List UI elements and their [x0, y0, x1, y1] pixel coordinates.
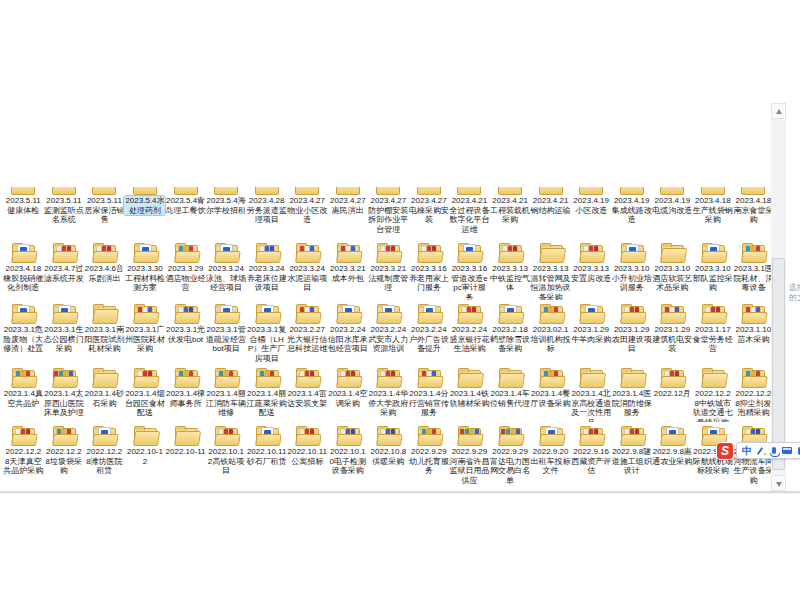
folder-item[interactable]: 2023.3.21法规制度管理	[368, 239, 409, 300]
folder-item[interactable]: 2022.12.28中铁城市轨道交通七号线采购	[693, 364, 734, 422]
folder-item[interactable]: 2023.1.4雷达安装支架	[287, 364, 328, 422]
folder-item[interactable]: 2023.1.4丽江蔬菜采购配送	[246, 364, 287, 422]
folder-item[interactable]: 2023.3.10部队监控采购	[693, 239, 734, 300]
folder-item[interactable]: 2022.12月	[652, 364, 693, 422]
vertical-scrollbar[interactable]	[771, 103, 786, 491]
folder-item[interactable]: 2023.5.11健康体检	[3, 195, 44, 239]
folder-item[interactable]: 2022.12.28垃圾袋采购	[44, 422, 85, 487]
folder-item[interactable]: 2022.12.28潍坊医院租赁	[84, 422, 125, 487]
folder-item[interactable]: 2023.3.24泳池、球场经营项目	[206, 239, 247, 300]
folder-item[interactable]: 2022.12.28天津真空共晶炉采购	[3, 422, 44, 487]
folder-item[interactable]: 2022.10.10电子检测设备采购	[328, 422, 369, 487]
folder-item[interactable]: 2022.9.8惠通农业采购	[652, 422, 693, 487]
folder-item[interactable]: 2023.3.21成本外包	[328, 239, 369, 300]
folder-item[interactable]: 2023.3.1光伏发电bot	[165, 300, 206, 364]
chinese-mode-icon[interactable]: 中	[742, 444, 752, 457]
folder-item[interactable]: 2023.3.13安置房改造	[571, 239, 612, 300]
folder-item[interactable]: 2022.10-11	[165, 422, 206, 487]
folder-item[interactable]: 2023.3.13中铁监控气体	[490, 239, 531, 300]
folder-item[interactable]: 2023.3.16管道改造epc审计服务	[449, 239, 490, 300]
folder-item[interactable]: 2023.4.19小区改造	[571, 195, 612, 239]
folder-item[interactable]: 2023.3.10小升初业培训服务	[611, 239, 652, 300]
folder-item[interactable]: 2023.3.1广州医院耗材采购	[125, 300, 166, 364]
folder-item[interactable]: 2023.4.7过滤系统开发	[44, 239, 85, 300]
folder-item[interactable]: 2023.3.30工程材料检测方案	[125, 239, 166, 300]
folder-item[interactable]: 2023.3.24养老床位建设项目	[246, 239, 287, 300]
folder-item[interactable]: 2023.1.4丽江消防车辆维修	[206, 364, 247, 422]
folder-item[interactable]: 2023.5.4水处理药剂	[125, 195, 166, 239]
folder-item[interactable]: 2023.4.21全过程设备数字化平台运维	[449, 195, 490, 239]
folder-item[interactable]: 2023.1.4太原西山医院床单及护理	[44, 364, 85, 422]
folder-item[interactable]: 2022.9.29河南省许昌监狱日用品供应	[449, 422, 490, 487]
folder-item[interactable]: 2023.4.27物业小区改造	[287, 195, 328, 239]
folder-item[interactable]: 2023.02.1培训机构投标	[530, 300, 571, 364]
folder-item[interactable]: 2022.9.8隧道施工组织设计	[611, 422, 652, 487]
folder-item[interactable]: 2023.2.24武安市人力资源培训	[368, 300, 409, 364]
folder-item[interactable]: 2023.1.4砂石采购	[84, 364, 125, 422]
folder-item[interactable]: 2022.9.16西藏资产评估	[571, 422, 612, 487]
folder-item[interactable]: 2023.1.4餐厅设备采购	[530, 364, 571, 422]
folder-item[interactable]: 2022.10.11公寓招标	[287, 422, 328, 487]
folder-item[interactable]: 2023.3.1危险废物（大修渣）处置	[3, 300, 44, 364]
folder-item[interactable]: 2023.4.21工程装载机采购	[490, 195, 531, 239]
folder-item[interactable]: 2023.3.1南阳医院试剂耗材采购	[84, 300, 125, 364]
pen-icon[interactable]	[758, 447, 766, 455]
folder-item[interactable]: 2023.4.18橡胶脱硝催化剂制造	[3, 239, 44, 300]
folder-item[interactable]: 2023.1.4北京高校通道及一次性用品	[571, 364, 612, 422]
folder-item[interactable]: 2023.5.4海尔学校招租	[206, 195, 247, 239]
folder-item[interactable]: 2022.10.11砂石厂租赁	[246, 422, 287, 487]
folder-item[interactable]: 2023.1.4真空共晶炉	[3, 364, 44, 422]
scrollbar-thumb[interactable]	[772, 258, 785, 470]
folder-item[interactable]: 2023.2.18鹤壁除雪设备采购	[490, 300, 531, 364]
folder-item[interactable]: 2023.3.10酒店软装艺术品采购	[652, 239, 693, 300]
folder-item[interactable]: 2023.3.1管道疏浚经营bot项目	[206, 300, 247, 364]
folder-item[interactable]: 2023.5.11监测监听点名系统	[44, 195, 85, 239]
folder-item[interactable]: 2023.5.11居家保洁销售	[84, 195, 125, 239]
folder-item[interactable]: 2023.2.24信阳水库承包经营项目	[328, 300, 369, 364]
folder-item[interactable]: 2023.4.27电梯采购安装	[409, 195, 450, 239]
folder-item[interactable]: 2023.4.6音乐剧演出	[84, 239, 125, 300]
folder-item[interactable]: 2023.3.16养老用家上门服务	[409, 239, 450, 300]
folder-item[interactable]: 2023.2.27光大银行信息科技运维	[287, 300, 328, 364]
folder-item[interactable]: 2023.4.28劳务派遣监理项目	[246, 195, 287, 239]
folder-item[interactable]: 2023.1.29农田建设项目	[611, 300, 652, 364]
folder-item[interactable]: 2022.9.29富达电力国网交易白名单	[490, 422, 531, 487]
folder-item[interactable]: 2023.3.1生态公园横门采购	[44, 300, 85, 364]
folder-item[interactable]: 2023.1.4车位销售代理	[490, 364, 531, 422]
folder-item[interactable]: 2023.4.19集成线路改造	[611, 195, 652, 239]
folder-item[interactable]: 2022.9.20出租车投标文件	[530, 422, 571, 487]
folder-item[interactable]: 2023.1.4律师事务所	[165, 364, 206, 422]
ime-toolbar[interactable]: 中	[736, 442, 800, 459]
folder-item[interactable]: 2023.2.24户外广告设备提升	[409, 300, 450, 364]
folder-item[interactable]: 2022.9.29幼儿托育服务	[409, 422, 450, 487]
folder-item[interactable]: 2023.1.10苗木采购	[733, 300, 774, 364]
mic-icon[interactable]	[772, 447, 776, 454]
folder-item[interactable]: 2023.1.4华侨大学政府采购	[368, 364, 409, 422]
folder-item[interactable]: 2023.1.17食堂劳务经营	[693, 300, 734, 364]
folder-item[interactable]: 2023.4.19电缆沟改造	[652, 195, 693, 239]
folder-item[interactable]: 2023.1.29建筑机电安装	[652, 300, 693, 364]
folder-item[interactable]: 2023.1.4烟台园区食材配送	[125, 364, 166, 422]
folder-item[interactable]: 2022.10-12	[125, 422, 166, 487]
folder-item[interactable]: 2023.1.4医院消防维保服务	[611, 364, 652, 422]
folder-item[interactable]: 2023.4.27防护棚安装拆卸作业平台管理	[368, 195, 409, 239]
ime-language-bar[interactable]: S 中	[716, 441, 800, 460]
folder-item[interactable]: 2023.3.24水泥运输项目	[287, 239, 328, 300]
folder-item[interactable]: 2023.4.18生产线袋钢采购	[693, 195, 734, 239]
folder-item[interactable]: 2022.10.8供暖采购	[368, 422, 409, 487]
folder-item[interactable]: 2023.4.18南京食堂采购	[733, 195, 774, 239]
folder-item[interactable]: 2023.1.4分行营销宣传服务	[409, 364, 450, 422]
keyboard-icon[interactable]	[782, 447, 792, 454]
folder-item[interactable]: 2023.1.4空调采购	[328, 364, 369, 422]
folder-item[interactable]: 2022.12.28抑尘剂发泡精采购	[733, 364, 774, 422]
sogou-logo-icon[interactable]: S	[716, 442, 734, 460]
folder-item[interactable]: 2023.3.13温转管网及恒温加热设备采购	[530, 239, 571, 300]
folder-item[interactable]: 2023.5.4青岛理工餐饮	[165, 195, 206, 239]
folder-item[interactable]: 2023.3.1复合桶（LHP）生产厂房项目	[246, 300, 287, 364]
folder-item[interactable]: 2023.3.1医院耗材、消毒设备	[733, 239, 774, 300]
folder-item[interactable]: 2022.10.12高铁站项目	[206, 422, 247, 487]
scroll-down-button[interactable]	[771, 475, 786, 491]
folder-item[interactable]: 2023.4.27惠民演出	[328, 195, 369, 239]
folder-item[interactable]: 2023.2.24盛京银行花生油采购	[449, 300, 490, 364]
scroll-up-button[interactable]	[771, 103, 786, 119]
